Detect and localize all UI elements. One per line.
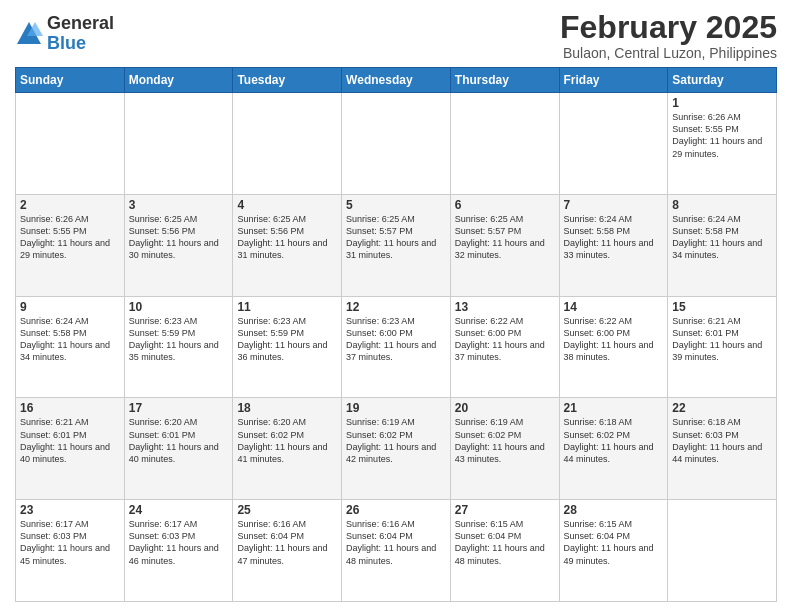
calendar-cell: 6Sunrise: 6:25 AM Sunset: 5:57 PM Daylig… — [450, 194, 559, 296]
calendar-cell — [16, 93, 125, 195]
day-number: 10 — [129, 300, 229, 314]
day-number: 11 — [237, 300, 337, 314]
day-number: 5 — [346, 198, 446, 212]
calendar-cell: 24Sunrise: 6:17 AM Sunset: 6:03 PM Dayli… — [124, 500, 233, 602]
day-info: Sunrise: 6:16 AM Sunset: 6:04 PM Dayligh… — [346, 518, 446, 567]
calendar-cell: 25Sunrise: 6:16 AM Sunset: 6:04 PM Dayli… — [233, 500, 342, 602]
calendar-cell — [559, 93, 668, 195]
month-title: February 2025 — [560, 10, 777, 45]
day-info: Sunrise: 6:25 AM Sunset: 5:56 PM Dayligh… — [237, 213, 337, 262]
day-number: 28 — [564, 503, 664, 517]
day-of-week-header: Monday — [124, 68, 233, 93]
day-info: Sunrise: 6:25 AM Sunset: 5:57 PM Dayligh… — [346, 213, 446, 262]
day-of-week-header: Wednesday — [342, 68, 451, 93]
calendar-cell: 27Sunrise: 6:15 AM Sunset: 6:04 PM Dayli… — [450, 500, 559, 602]
day-of-week-header: Thursday — [450, 68, 559, 93]
day-info: Sunrise: 6:23 AM Sunset: 5:59 PM Dayligh… — [129, 315, 229, 364]
header: General Blue February 2025 Bulaon, Centr… — [15, 10, 777, 61]
day-info: Sunrise: 6:23 AM Sunset: 5:59 PM Dayligh… — [237, 315, 337, 364]
day-info: Sunrise: 6:20 AM Sunset: 6:01 PM Dayligh… — [129, 416, 229, 465]
day-info: Sunrise: 6:25 AM Sunset: 5:56 PM Dayligh… — [129, 213, 229, 262]
day-number: 7 — [564, 198, 664, 212]
day-number: 12 — [346, 300, 446, 314]
calendar-cell: 2Sunrise: 6:26 AM Sunset: 5:55 PM Daylig… — [16, 194, 125, 296]
logo-blue-text: Blue — [47, 34, 114, 54]
calendar-cell: 10Sunrise: 6:23 AM Sunset: 5:59 PM Dayli… — [124, 296, 233, 398]
day-of-week-header: Friday — [559, 68, 668, 93]
location: Bulaon, Central Luzon, Philippines — [560, 45, 777, 61]
day-info: Sunrise: 6:15 AM Sunset: 6:04 PM Dayligh… — [564, 518, 664, 567]
calendar-cell: 1Sunrise: 6:26 AM Sunset: 5:55 PM Daylig… — [668, 93, 777, 195]
calendar-cell: 17Sunrise: 6:20 AM Sunset: 6:01 PM Dayli… — [124, 398, 233, 500]
calendar-week-row: 16Sunrise: 6:21 AM Sunset: 6:01 PM Dayli… — [16, 398, 777, 500]
day-number: 4 — [237, 198, 337, 212]
calendar-week-row: 1Sunrise: 6:26 AM Sunset: 5:55 PM Daylig… — [16, 93, 777, 195]
calendar-cell: 14Sunrise: 6:22 AM Sunset: 6:00 PM Dayli… — [559, 296, 668, 398]
day-info: Sunrise: 6:26 AM Sunset: 5:55 PM Dayligh… — [20, 213, 120, 262]
day-number: 3 — [129, 198, 229, 212]
logo-text: General Blue — [47, 14, 114, 54]
calendar-cell: 28Sunrise: 6:15 AM Sunset: 6:04 PM Dayli… — [559, 500, 668, 602]
day-info: Sunrise: 6:24 AM Sunset: 5:58 PM Dayligh… — [20, 315, 120, 364]
day-number: 27 — [455, 503, 555, 517]
day-info: Sunrise: 6:26 AM Sunset: 5:55 PM Dayligh… — [672, 111, 772, 160]
calendar-cell: 7Sunrise: 6:24 AM Sunset: 5:58 PM Daylig… — [559, 194, 668, 296]
day-number: 26 — [346, 503, 446, 517]
calendar-cell: 19Sunrise: 6:19 AM Sunset: 6:02 PM Dayli… — [342, 398, 451, 500]
day-number: 22 — [672, 401, 772, 415]
calendar-cell: 13Sunrise: 6:22 AM Sunset: 6:00 PM Dayli… — [450, 296, 559, 398]
day-info: Sunrise: 6:24 AM Sunset: 5:58 PM Dayligh… — [672, 213, 772, 262]
day-info: Sunrise: 6:22 AM Sunset: 6:00 PM Dayligh… — [564, 315, 664, 364]
calendar-week-row: 23Sunrise: 6:17 AM Sunset: 6:03 PM Dayli… — [16, 500, 777, 602]
day-info: Sunrise: 6:18 AM Sunset: 6:03 PM Dayligh… — [672, 416, 772, 465]
day-info: Sunrise: 6:19 AM Sunset: 6:02 PM Dayligh… — [455, 416, 555, 465]
day-number: 20 — [455, 401, 555, 415]
day-info: Sunrise: 6:25 AM Sunset: 5:57 PM Dayligh… — [455, 213, 555, 262]
calendar-cell: 21Sunrise: 6:18 AM Sunset: 6:02 PM Dayli… — [559, 398, 668, 500]
calendar-cell: 23Sunrise: 6:17 AM Sunset: 6:03 PM Dayli… — [16, 500, 125, 602]
day-number: 19 — [346, 401, 446, 415]
calendar-cell: 18Sunrise: 6:20 AM Sunset: 6:02 PM Dayli… — [233, 398, 342, 500]
day-number: 6 — [455, 198, 555, 212]
day-info: Sunrise: 6:23 AM Sunset: 6:00 PM Dayligh… — [346, 315, 446, 364]
day-info: Sunrise: 6:17 AM Sunset: 6:03 PM Dayligh… — [20, 518, 120, 567]
logo-general-text: General — [47, 14, 114, 34]
day-number: 2 — [20, 198, 120, 212]
calendar-cell — [342, 93, 451, 195]
day-info: Sunrise: 6:24 AM Sunset: 5:58 PM Dayligh… — [564, 213, 664, 262]
day-number: 18 — [237, 401, 337, 415]
day-number: 1 — [672, 96, 772, 110]
calendar-cell: 3Sunrise: 6:25 AM Sunset: 5:56 PM Daylig… — [124, 194, 233, 296]
day-number: 23 — [20, 503, 120, 517]
day-of-week-header: Sunday — [16, 68, 125, 93]
day-number: 16 — [20, 401, 120, 415]
day-number: 24 — [129, 503, 229, 517]
day-number: 17 — [129, 401, 229, 415]
day-info: Sunrise: 6:16 AM Sunset: 6:04 PM Dayligh… — [237, 518, 337, 567]
calendar-cell — [450, 93, 559, 195]
page: General Blue February 2025 Bulaon, Centr… — [0, 0, 792, 612]
calendar-cell: 22Sunrise: 6:18 AM Sunset: 6:03 PM Dayli… — [668, 398, 777, 500]
day-info: Sunrise: 6:17 AM Sunset: 6:03 PM Dayligh… — [129, 518, 229, 567]
day-of-week-header: Tuesday — [233, 68, 342, 93]
day-info: Sunrise: 6:19 AM Sunset: 6:02 PM Dayligh… — [346, 416, 446, 465]
day-info: Sunrise: 6:20 AM Sunset: 6:02 PM Dayligh… — [237, 416, 337, 465]
calendar-week-row: 9Sunrise: 6:24 AM Sunset: 5:58 PM Daylig… — [16, 296, 777, 398]
day-number: 21 — [564, 401, 664, 415]
day-number: 9 — [20, 300, 120, 314]
calendar-header-row: SundayMondayTuesdayWednesdayThursdayFrid… — [16, 68, 777, 93]
logo: General Blue — [15, 14, 114, 54]
title-block: February 2025 Bulaon, Central Luzon, Phi… — [560, 10, 777, 61]
calendar-cell: 20Sunrise: 6:19 AM Sunset: 6:02 PM Dayli… — [450, 398, 559, 500]
day-info: Sunrise: 6:15 AM Sunset: 6:04 PM Dayligh… — [455, 518, 555, 567]
day-number: 25 — [237, 503, 337, 517]
calendar-cell: 11Sunrise: 6:23 AM Sunset: 5:59 PM Dayli… — [233, 296, 342, 398]
calendar-cell: 16Sunrise: 6:21 AM Sunset: 6:01 PM Dayli… — [16, 398, 125, 500]
calendar-cell: 9Sunrise: 6:24 AM Sunset: 5:58 PM Daylig… — [16, 296, 125, 398]
day-info: Sunrise: 6:21 AM Sunset: 6:01 PM Dayligh… — [20, 416, 120, 465]
day-number: 15 — [672, 300, 772, 314]
calendar-week-row: 2Sunrise: 6:26 AM Sunset: 5:55 PM Daylig… — [16, 194, 777, 296]
calendar-cell — [233, 93, 342, 195]
day-info: Sunrise: 6:22 AM Sunset: 6:00 PM Dayligh… — [455, 315, 555, 364]
day-of-week-header: Saturday — [668, 68, 777, 93]
